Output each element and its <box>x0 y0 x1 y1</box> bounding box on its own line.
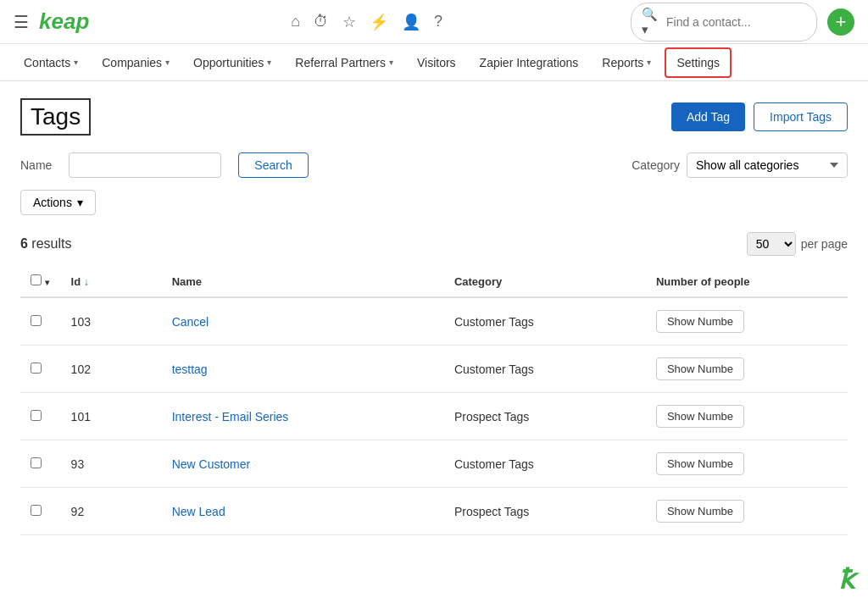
nav-menu: Contacts ▾ Companies ▾ Opportunities ▾ R… <box>0 44 868 81</box>
row-checkbox-cell <box>20 346 61 393</box>
help-icon[interactable]: ? <box>434 13 442 30</box>
row-checkbox-cell <box>20 393 61 440</box>
id-column-header: Id ↓ <box>61 266 162 297</box>
row-people: Show Numbe <box>646 346 848 393</box>
nav-opportunities[interactable]: Opportunities ▾ <box>183 49 281 76</box>
add-button[interactable]: + <box>827 8 854 36</box>
nav-settings[interactable]: Settings <box>665 47 732 78</box>
per-page-row: 25 50 100 per page <box>747 232 848 256</box>
row-people: Show Numbe <box>646 297 848 346</box>
nav-reports[interactable]: Reports ▾ <box>592 49 661 76</box>
category-column-header: Category <box>444 266 646 297</box>
person-icon[interactable]: 👤 <box>402 13 420 31</box>
chevron-down-icon: ▾ <box>647 58 651 67</box>
filter-row: Name Search Category Show all categories… <box>20 152 848 178</box>
row-checkbox[interactable] <box>31 410 42 421</box>
nav-referral-partners[interactable]: Referral Partners ▾ <box>285 49 403 76</box>
name-filter-label: Name <box>20 158 52 172</box>
row-category: Customer Tags <box>444 297 646 346</box>
lightning-icon[interactable]: ⚡ <box>370 13 388 31</box>
chevron-down-icon: ▾ <box>267 58 271 67</box>
row-id: 103 <box>61 297 162 346</box>
page-title: Tags <box>20 98 91 136</box>
row-checkbox-cell <box>20 440 61 488</box>
search-input[interactable] <box>666 15 806 29</box>
header-buttons: Add Tag Import Tags <box>671 102 848 131</box>
tag-name-link[interactable]: New Customer <box>172 457 251 471</box>
star-icon[interactable]: ☆ <box>342 13 356 31</box>
name-column-header: Name <box>162 266 444 297</box>
nav-contacts[interactable]: Contacts ▾ <box>14 49 88 76</box>
row-checkbox-cell <box>20 488 61 535</box>
category-dropdown[interactable]: Show all categories Customer Tags Prospe… <box>687 152 848 178</box>
chevron-down-icon: ▾ <box>389 58 393 67</box>
tag-name-link[interactable]: Cancel <box>172 315 209 329</box>
row-checkbox[interactable] <box>31 457 42 468</box>
show-number-button[interactable]: Show Numbe <box>656 357 744 380</box>
chevron-down-icon: ▾ <box>165 58 170 67</box>
category-label: Category <box>632 158 680 172</box>
row-name: New Customer <box>162 440 444 488</box>
show-number-button[interactable]: Show Numbe <box>656 500 744 523</box>
home-icon[interactable]: ⌂ <box>291 13 300 30</box>
per-page-select[interactable]: 25 50 100 <box>747 232 796 256</box>
row-id: 102 <box>61 346 162 393</box>
row-category: Customer Tags <box>444 440 646 488</box>
row-checkbox[interactable] <box>31 363 42 374</box>
row-people: Show Numbe <box>646 440 848 488</box>
show-number-button[interactable]: Show Numbe <box>656 405 744 428</box>
row-category: Prospect Tags <box>444 488 646 535</box>
per-page-label: per page <box>801 237 848 251</box>
page-content: Tags Add Tag Import Tags Name Search Cat… <box>0 81 868 552</box>
show-number-button[interactable]: Show Numbe <box>656 452 744 475</box>
row-name: New Lead <box>162 488 444 535</box>
table-row: 103 Cancel Customer Tags Show Numbe <box>20 297 848 346</box>
actions-row: Actions ▾ <box>20 190 848 215</box>
tag-name-link[interactable]: testtag <box>172 363 208 376</box>
page-header: Tags Add Tag Import Tags <box>20 98 848 136</box>
category-filter: Category Show all categories Customer Ta… <box>632 152 848 178</box>
search-icon[interactable]: 🔍▾ <box>642 7 661 37</box>
sort-asc-icon[interactable]: ↓ <box>84 276 89 288</box>
chevron-down-icon[interactable]: ▾ <box>45 278 49 287</box>
tag-name-link[interactable]: Interest - Email Series <box>172 410 289 424</box>
name-filter-input[interactable] <box>69 152 221 178</box>
row-category: Prospect Tags <box>444 393 646 440</box>
select-all-header: ▾ <box>20 266 61 297</box>
nav-zapier[interactable]: Zapier Integrations <box>470 49 589 76</box>
row-name: Interest - Email Series <box>162 393 444 440</box>
show-number-button[interactable]: Show Numbe <box>656 310 744 333</box>
row-checkbox[interactable] <box>31 505 42 516</box>
row-name: testtag <box>162 346 444 393</box>
table-row: 93 New Customer Customer Tags Show Numbe <box>20 440 848 488</box>
select-all-checkbox[interactable] <box>31 274 42 285</box>
app-logo: keap <box>39 8 89 35</box>
tags-table: ▾ Id ↓ Name Category Number of people 10… <box>20 266 848 535</box>
row-id: 93 <box>61 440 162 488</box>
add-tag-button[interactable]: Add Tag <box>671 102 745 131</box>
table-row: 92 New Lead Prospect Tags Show Numbe <box>20 488 848 535</box>
top-icon-bar: ⌂ ⏱ ☆ ⚡ 👤 ? <box>113 13 620 31</box>
tag-name-link[interactable]: New Lead <box>172 505 225 518</box>
row-category: Customer Tags <box>444 346 646 393</box>
actions-button[interactable]: Actions ▾ <box>20 190 96 215</box>
table-row: 101 Interest - Email Series Prospect Tag… <box>20 393 848 440</box>
search-button[interactable]: Search <box>238 152 308 178</box>
import-tags-button[interactable]: Import Tags <box>754 102 848 131</box>
row-id: 92 <box>61 488 162 535</box>
nav-visitors[interactable]: Visitors <box>407 49 466 76</box>
results-count: 6 results <box>20 236 71 252</box>
table-body: 103 Cancel Customer Tags Show Numbe 102 … <box>20 297 848 535</box>
hamburger-menu[interactable]: ☰ <box>14 12 29 32</box>
nav-companies[interactable]: Companies ▾ <box>92 49 180 76</box>
row-name: Cancel <box>162 297 444 346</box>
contact-search-bar: 🔍▾ <box>631 3 817 42</box>
table-row: 102 testtag Customer Tags Show Numbe <box>20 346 848 393</box>
actions-label: Actions <box>33 196 72 209</box>
history-icon[interactable]: ⏱ <box>314 13 329 30</box>
row-id: 101 <box>61 393 162 440</box>
row-checkbox[interactable] <box>31 315 42 326</box>
row-checkbox-cell <box>20 297 61 346</box>
chevron-down-icon: ▾ <box>77 196 83 209</box>
row-people: Show Numbe <box>646 488 848 535</box>
